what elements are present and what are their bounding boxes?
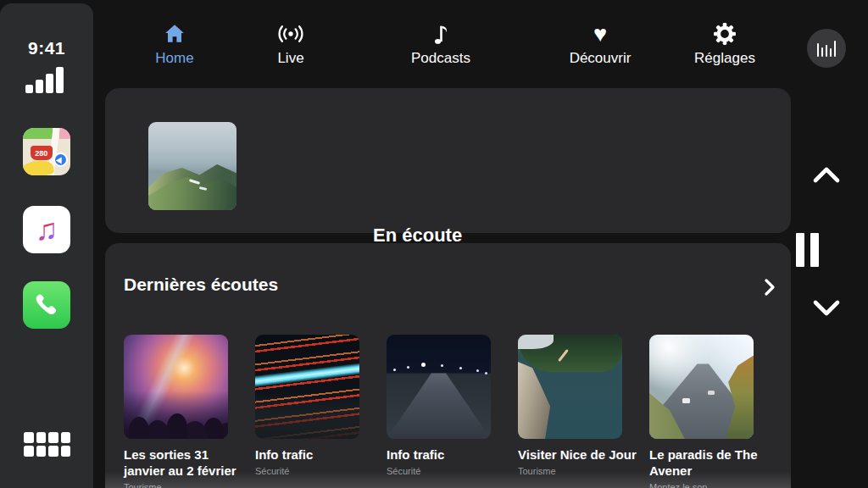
- card-title: Les sorties 31 janvier au 2 février: [124, 446, 253, 479]
- recent-card[interactable]: Info trafic Sécurité: [387, 335, 514, 476]
- maps-navigation-arrow-icon: [53, 152, 68, 167]
- card-title: Le paradis de The Avener: [649, 446, 778, 479]
- tab-live-label: Live: [277, 50, 303, 67]
- pause-button[interactable]: [796, 233, 835, 269]
- cliff-dive-photo: [518, 335, 622, 439]
- light-trails-photo: [255, 335, 359, 439]
- carplay-sidebar: 9:41 280 ♫: [0, 3, 93, 488]
- tab-settings-label: Réglages: [694, 50, 755, 67]
- card-category: Montez le son: [649, 482, 776, 488]
- pause-icon: [796, 233, 804, 267]
- chevron-right-icon: [764, 279, 775, 296]
- music-app-icon[interactable]: ♫: [23, 206, 70, 253]
- scroll-down-button[interactable]: [812, 298, 841, 322]
- tab-live[interactable]: Live: [236, 22, 346, 73]
- cell-signal-icon: [25, 66, 68, 93]
- card-category: Tourisme: [518, 466, 645, 476]
- chevron-down-icon: [812, 298, 841, 319]
- chevron-up-icon: [812, 164, 841, 185]
- equalizer-bars-icon: [817, 43, 820, 57]
- concert-crowd-photo: [124, 335, 228, 439]
- card-title: Info trafic: [387, 446, 515, 463]
- tab-home[interactable]: Home: [120, 22, 230, 73]
- recent-card[interactable]: Info trafic Sécurité: [255, 335, 382, 476]
- section-more-button[interactable]: [759, 277, 779, 297]
- sunny-highway-photo: [649, 335, 754, 439]
- maps-app-icon[interactable]: 280: [23, 128, 70, 175]
- recent-card[interactable]: Le paradis de The Avener Montez le son: [649, 335, 776, 488]
- maps-park-area: [23, 128, 53, 139]
- card-category: Sécurité: [387, 466, 514, 476]
- now-playing-artwork: [148, 122, 236, 210]
- stations-button[interactable]: [807, 29, 846, 68]
- status-clock: 9:41: [0, 38, 93, 58]
- maps-route-shield: 280: [31, 146, 53, 160]
- carplay-screen: 9:41 280 ♫ Home: [0, 0, 868, 488]
- tab-discover[interactable]: ♥ Découvrir: [545, 22, 655, 73]
- recent-listens-panel: Dernières écoutes Les sorties 31 janvier…: [105, 243, 791, 488]
- tab-podcasts[interactable]: Podcasts: [386, 22, 496, 73]
- music-note-icon: [431, 22, 450, 46]
- card-category: Tourisme: [124, 482, 251, 488]
- broadcast-icon: [274, 22, 308, 46]
- recent-card[interactable]: Visiter Nice de Jour Tourisme: [518, 335, 645, 476]
- now-playing-card[interactable]: En écoute Auvergne - Vallée du Rhône 107…: [105, 88, 791, 233]
- gear-icon: [714, 22, 736, 46]
- app-grid-button[interactable]: [24, 432, 71, 459]
- night-highway-photo: [387, 335, 491, 439]
- tab-settings[interactable]: Réglages: [670, 22, 780, 73]
- maps-pink-area: [59, 128, 70, 139]
- music-note-icon: ♫: [36, 214, 58, 245]
- section-title: Dernières écoutes: [124, 274, 278, 295]
- card-category: Sécurité: [255, 466, 382, 476]
- recent-card[interactable]: Les sorties 31 janvier au 2 février Tour…: [124, 335, 251, 488]
- tab-home-label: Home: [155, 50, 193, 67]
- phone-handset-icon: [34, 292, 59, 318]
- card-title: Visiter Nice de Jour: [518, 446, 647, 463]
- tab-podcasts-label: Podcasts: [411, 50, 470, 67]
- home-icon: [164, 22, 186, 46]
- heart-icon: ♥: [593, 22, 607, 46]
- phone-app-icon[interactable]: [23, 281, 70, 329]
- card-title: Info trafic: [255, 446, 384, 463]
- scroll-up-button[interactable]: [812, 164, 841, 188]
- tab-discover-label: Découvrir: [570, 50, 632, 67]
